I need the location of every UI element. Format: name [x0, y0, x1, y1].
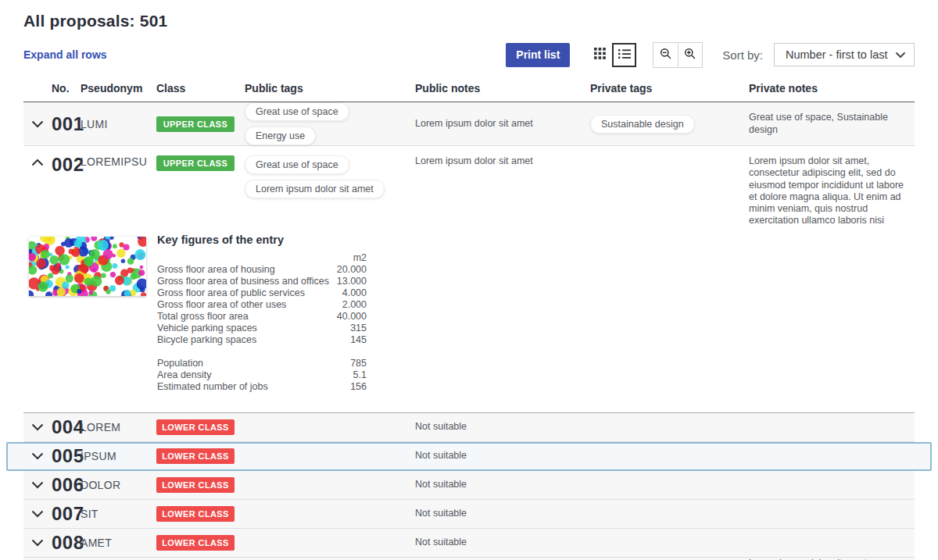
expander-cell: [23, 146, 52, 169]
zoom-in-icon: [684, 48, 696, 62]
public-notes: Not suitable: [415, 479, 590, 490]
tag-pill: Lorem ipsum dolor sit amet: [245, 180, 385, 198]
key-figure-value: 156: [350, 381, 367, 393]
key-figure-value: 315: [350, 323, 367, 334]
class-badge: LOWER CLASS: [156, 506, 234, 522]
key-figure-row: Gross floor area of other uses2.000: [157, 299, 367, 311]
class-badge: UPPER CLASS: [156, 155, 234, 171]
public-notes: Not suitable: [415, 450, 590, 462]
tag-pill: Great use of space: [245, 155, 349, 174]
key-figure-label: Gross floor area of business and offices: [157, 276, 329, 287]
unit-label: m2: [353, 252, 367, 264]
collapse-row-button[interactable]: [28, 155, 47, 169]
table-row[interactable]: 008AMETLOWER CLASSNot suitable: [23, 529, 915, 558]
chevron-down-icon: [31, 422, 44, 433]
table-header: No. Pseudonym Class Public tags Public n…: [23, 82, 915, 102]
column-header-private-tags: Private tags: [590, 82, 749, 95]
public-tags-cell: Great use of spaceEnergy use: [245, 102, 415, 145]
grid-view-button[interactable]: [588, 43, 612, 67]
zoom-out-button[interactable]: [653, 43, 678, 67]
tag-pill: Great use of space: [245, 102, 349, 121]
class-cell: LOWER CLASS: [156, 535, 245, 551]
table-row[interactable]: 005IPSUMLOWER CLASSNot suitable: [6, 442, 932, 471]
class-cell: LOWER CLASS: [156, 419, 245, 435]
key-figure-label: Total gross floor area: [157, 311, 249, 323]
key-figure-label: Gross floor area of other uses: [157, 299, 286, 311]
chevron-down-icon: [31, 451, 44, 462]
zoom-in-button[interactable]: [678, 43, 702, 67]
sort-select[interactable]: Number - first to last: [774, 43, 915, 66]
expand-row-button[interactable]: [28, 507, 47, 521]
sort-select-value: Number - first to last: [786, 48, 895, 61]
proposal-number: 004: [52, 418, 81, 437]
table-row[interactable]: 007SITLOWER CLASSNot suitable: [23, 500, 915, 529]
class-cell: LOWER CLASS: [156, 448, 245, 464]
chevron-down-icon: [31, 480, 44, 491]
header-spacer: [23, 82, 52, 95]
proposal-number: 007: [52, 505, 81, 523]
zoom-controls: [653, 42, 703, 68]
expand-row-button[interactable]: [28, 536, 47, 550]
table-row[interactable]: 004LOREMLOWER CLASSNot suitable: [23, 413, 915, 442]
zoom-out-icon: [660, 48, 672, 62]
key-figures-spacer: [157, 346, 367, 358]
public-notes: Not suitable: [415, 508, 590, 519]
key-figure-label: Vehicle parking spaces: [157, 323, 257, 334]
expander-cell: [23, 420, 52, 434]
expander-cell: [23, 449, 52, 463]
chevron-down-icon: [895, 48, 906, 62]
table-row[interactable]: 009LOREMIPSUMIDDLE CLASSGreat use of spa…: [23, 558, 915, 560]
expand-row-button[interactable]: [28, 420, 47, 434]
proposal-number: 005: [52, 447, 81, 465]
table-row[interactable]: 001LUMIUPPER CLASSGreat use of spaceEner…: [23, 102, 915, 146]
proposal-number: 002: [52, 146, 81, 174]
proposals-page: All proposals: 501 Expand all rows Print…: [0, 0, 938, 560]
key-figure-value: 20.000: [337, 264, 367, 276]
list-view-button[interactable]: [612, 43, 636, 67]
key-figure-value: 40.000: [337, 311, 367, 323]
proposal-number: 008: [52, 533, 81, 552]
key-figure-row: Total gross floor area40.000: [157, 311, 367, 323]
expand-row-button[interactable]: [28, 117, 47, 131]
proposal-pseudonym: AMET: [81, 537, 156, 549]
tag-pill: Sustainable design: [590, 115, 695, 134]
class-badge: LOWER CLASS: [156, 419, 234, 435]
key-figure-value: 2.000: [342, 299, 367, 311]
expand-all-rows-link[interactable]: Expand all rows: [23, 48, 107, 61]
chevron-down-icon: [31, 537, 44, 549]
expander-cell: [23, 478, 52, 492]
class-cell: UPPER CLASS: [156, 146, 245, 171]
class-badge: UPPER CLASS: [156, 116, 234, 132]
expand-row-button[interactable]: [28, 478, 47, 492]
page-title: All proposals: 501: [23, 12, 915, 30]
proposal-pseudonym: LOREMIPSU: [81, 146, 156, 168]
tag-pill: Energy use: [245, 127, 316, 145]
private-notes: Lorem ipsum dolor sit amet, consectetur …: [749, 558, 915, 560]
list-icon: [618, 48, 631, 62]
key-figure-row: Vehicle parking spaces315: [157, 323, 367, 334]
proposal-pseudonym: DOLOR: [81, 479, 156, 491]
print-list-button[interactable]: Print list: [506, 43, 570, 67]
expand-row-button[interactable]: [28, 449, 47, 463]
proposal-pseudonym: IPSUM: [81, 450, 156, 462]
private-tags-cell: Sustainable design: [590, 115, 749, 134]
key-figures-title: Key figures of the entry: [157, 234, 367, 246]
column-header-private-notes: Private notes: [749, 82, 915, 95]
toolbar-right: Print list: [506, 42, 915, 68]
key-figure-value: 145: [350, 334, 367, 346]
class-cell: LOWER CLASS: [156, 477, 245, 493]
chevron-up-icon: [31, 157, 44, 169]
entry-thumbnail[interactable]: [29, 237, 146, 296]
view-toggle: [588, 43, 636, 67]
column-header-class: Class: [156, 82, 245, 95]
key-figure-label: Gross floor area of public services: [157, 287, 305, 299]
table-row[interactable]: 006DOLORLOWER CLASSNot suitable: [23, 471, 915, 500]
chevron-down-icon: [31, 119, 44, 130]
key-figure-value: 785: [350, 358, 367, 369]
key-figure-row: Area density5.1: [157, 369, 367, 381]
column-header-pseudonym: Pseudonym: [81, 82, 156, 95]
key-figure-label: Population: [157, 358, 203, 369]
public-notes: Lorem ipsum dolor sit amet: [415, 118, 590, 130]
table-row[interactable]: 002LOREMIPSUUPPER CLASSGreat use of spac…: [23, 146, 915, 413]
public-notes: Not suitable: [415, 537, 590, 548]
